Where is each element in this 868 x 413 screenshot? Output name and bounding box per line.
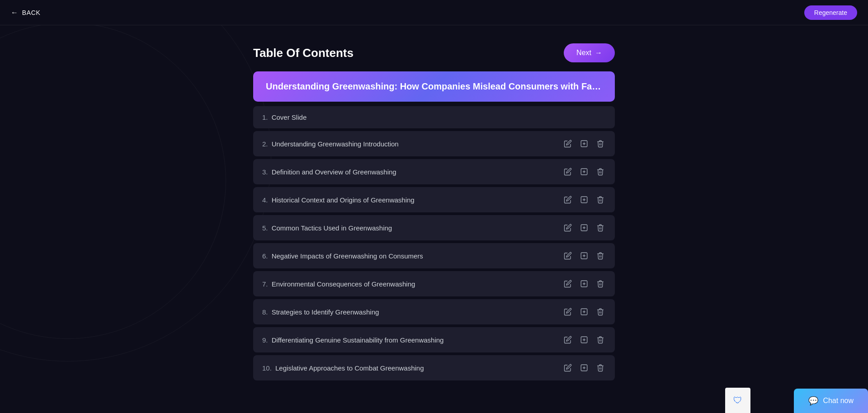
back-label: BACK bbox=[22, 9, 41, 16]
add-icon[interactable] bbox=[579, 222, 590, 233]
edit-icon[interactable] bbox=[562, 362, 573, 373]
next-label: Next bbox=[576, 49, 591, 57]
trash-icon[interactable] bbox=[595, 334, 606, 345]
add-icon[interactable] bbox=[579, 194, 590, 205]
add-icon[interactable] bbox=[579, 278, 590, 289]
toc-item-label: 7. Environmental Consequences of Greenwa… bbox=[262, 280, 415, 288]
toc-item[interactable]: 9. Differentiating Genuine Sustainabilit… bbox=[253, 327, 615, 352]
toc-item[interactable]: 4. Historical Context and Origins of Gre… bbox=[253, 187, 615, 212]
trash-icon[interactable] bbox=[595, 250, 606, 261]
chat-now-button[interactable]: 💬 Chat now bbox=[794, 389, 868, 413]
toc-item-num: 2. bbox=[262, 140, 270, 148]
toc-item[interactable]: 8. Strategies to Identify Greenwashing bbox=[253, 299, 615, 324]
toc-list: 1. Cover Slide2. Understanding Greenwash… bbox=[253, 106, 615, 380]
edit-icon[interactable] bbox=[562, 278, 573, 289]
edit-icon[interactable] bbox=[562, 138, 573, 149]
title-banner[interactable]: Understanding Greenwashing: How Companie… bbox=[253, 71, 615, 102]
toc-item[interactable]: 3. Definition and Overview of Greenwashi… bbox=[253, 159, 615, 184]
toc-item-actions bbox=[562, 166, 606, 177]
toc-item[interactable]: 2. Understanding Greenwashing Introducti… bbox=[253, 131, 615, 156]
chat-icon: 💬 bbox=[808, 396, 818, 406]
add-icon[interactable] bbox=[579, 334, 590, 345]
trash-icon[interactable] bbox=[595, 306, 606, 317]
add-icon[interactable] bbox=[579, 306, 590, 317]
toc-item-num: 4. bbox=[262, 196, 270, 204]
toc-item-num: 3. bbox=[262, 168, 270, 176]
toc-item-actions bbox=[562, 250, 606, 261]
toc-item-label: 6. Negative Impacts of Greenwashing on C… bbox=[262, 252, 423, 260]
topbar: ← BACK Regenerate bbox=[0, 0, 868, 25]
toc-item-num: 7. bbox=[262, 280, 270, 288]
edit-icon[interactable] bbox=[562, 166, 573, 177]
regenerate-button[interactable]: Regenerate bbox=[804, 5, 857, 20]
toc-item-label: 1. Cover Slide bbox=[262, 113, 307, 121]
toc-item[interactable]: 5. Common Tactics Used in Greenwashing bbox=[253, 215, 615, 240]
edit-icon[interactable] bbox=[562, 194, 573, 205]
header-row: Table Of Contents Next → bbox=[253, 43, 615, 62]
edit-icon[interactable] bbox=[562, 222, 573, 233]
toc-item-actions bbox=[562, 306, 606, 317]
toc-item-label: 10. Legislative Approaches to Combat Gre… bbox=[262, 364, 424, 372]
add-icon[interactable] bbox=[579, 250, 590, 261]
next-button[interactable]: Next → bbox=[564, 43, 615, 62]
trash-icon[interactable] bbox=[595, 222, 606, 233]
toc-item[interactable]: 7. Environmental Consequences of Greenwa… bbox=[253, 271, 615, 296]
toc-item-actions bbox=[562, 278, 606, 289]
regenerate-label: Regenerate bbox=[814, 9, 847, 16]
main-content: Table Of Contents Next → Understanding G… bbox=[253, 25, 615, 399]
toc-item[interactable]: 10. Legislative Approaches to Combat Gre… bbox=[253, 355, 615, 380]
toc-item-num: 9. bbox=[262, 336, 270, 344]
back-arrow-icon: ← bbox=[11, 9, 19, 17]
toc-item-label: 4. Historical Context and Origins of Gre… bbox=[262, 196, 415, 204]
chat-now-label: Chat now bbox=[823, 397, 854, 405]
recaptcha-badge: 🛡 bbox=[725, 388, 750, 413]
trash-icon[interactable] bbox=[595, 278, 606, 289]
edit-icon[interactable] bbox=[562, 334, 573, 345]
toc-item-actions bbox=[562, 334, 606, 345]
toc-item-label: 3. Definition and Overview of Greenwashi… bbox=[262, 168, 396, 176]
next-arrow-icon: → bbox=[595, 49, 602, 57]
add-icon[interactable] bbox=[579, 362, 590, 373]
back-button[interactable]: ← BACK bbox=[11, 9, 41, 17]
toc-item-actions bbox=[562, 138, 606, 149]
edit-icon[interactable] bbox=[562, 306, 573, 317]
title-banner-text: Understanding Greenwashing: How Companie… bbox=[266, 81, 602, 92]
toc-item-num: 8. bbox=[262, 308, 270, 316]
toc-item-label: 2. Understanding Greenwashing Introducti… bbox=[262, 140, 399, 148]
toc-item-num: 10. bbox=[262, 364, 274, 372]
toc-item-num: 5. bbox=[262, 224, 270, 232]
trash-icon[interactable] bbox=[595, 166, 606, 177]
trash-icon[interactable] bbox=[595, 194, 606, 205]
edit-icon[interactable] bbox=[562, 250, 573, 261]
toc-item-actions bbox=[562, 362, 606, 373]
toc-item[interactable]: 6. Negative Impacts of Greenwashing on C… bbox=[253, 243, 615, 268]
recaptcha-shield-icon: 🛡 bbox=[733, 395, 742, 406]
toc-item-num: 6. bbox=[262, 252, 270, 260]
toc-item-actions bbox=[562, 194, 606, 205]
add-icon[interactable] bbox=[579, 138, 590, 149]
toc-item[interactable]: 1. Cover Slide bbox=[253, 106, 615, 128]
trash-icon[interactable] bbox=[595, 362, 606, 373]
toc-item-actions bbox=[562, 222, 606, 233]
toc-item-label: 9. Differentiating Genuine Sustainabilit… bbox=[262, 336, 443, 344]
page-title: Table Of Contents bbox=[253, 46, 354, 60]
toc-item-num: 1. bbox=[262, 113, 270, 121]
toc-item-label: 5. Common Tactics Used in Greenwashing bbox=[262, 224, 392, 232]
trash-icon[interactable] bbox=[595, 138, 606, 149]
toc-item-label: 8. Strategies to Identify Greenwashing bbox=[262, 308, 379, 316]
add-icon[interactable] bbox=[579, 166, 590, 177]
